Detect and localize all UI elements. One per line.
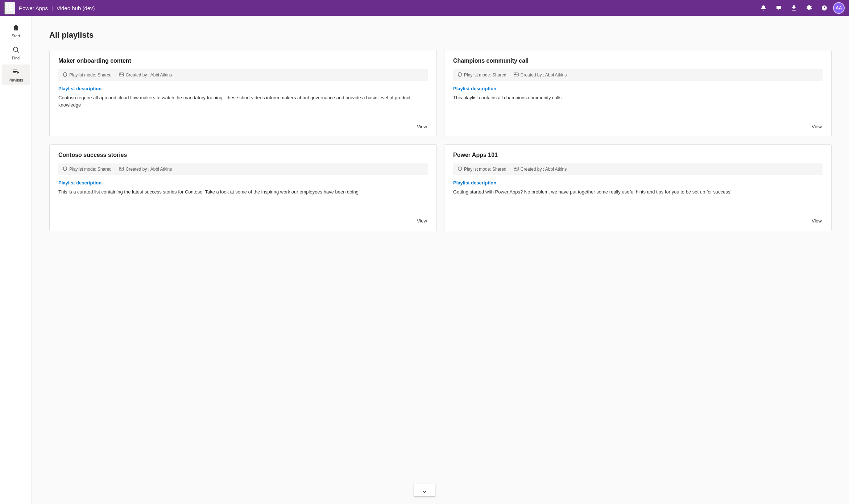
playlist-mode: Playlist mode: Shared <box>63 166 112 172</box>
page-title: All playlists <box>49 30 832 40</box>
shield-icon <box>457 72 462 78</box>
card-body-text: Contoso require all app and cloud flow m… <box>58 94 428 118</box>
created-by: Created by : Abbi Atkins <box>514 166 567 172</box>
playlist-card: Power Apps 101 Playlist mode: Shared <box>444 144 832 231</box>
card-meta: Playlist mode: Shared Created by : Abbi … <box>58 163 428 175</box>
card-meta: Playlist mode: Shared Created by : Abbi … <box>453 163 823 175</box>
app-title: Power Apps | Video hub (dev) <box>19 5 95 11</box>
created-by: Created by : Abbi Atkins <box>119 72 172 78</box>
svg-rect-1 <box>9 4 11 6</box>
sidebar-find-label: Find <box>12 56 20 60</box>
avatar[interactable]: AA <box>833 2 845 14</box>
topbar-icons: AA <box>757 1 845 14</box>
description-link[interactable]: Playlist description <box>58 180 428 186</box>
view-button[interactable]: View <box>811 122 823 131</box>
download-icon[interactable] <box>787 1 800 14</box>
playlists-icon <box>12 68 20 76</box>
view-button[interactable]: View <box>416 122 428 131</box>
shield-icon <box>457 166 462 172</box>
scroll-down-button[interactable]: ⌄ <box>414 484 435 497</box>
chat-icon[interactable] <box>772 1 785 14</box>
search-icon <box>12 46 20 54</box>
notifications-icon[interactable] <box>757 1 770 14</box>
content-area: All playlists Maker onboarding content P… <box>32 16 849 504</box>
playlist-grid: Maker onboarding content Playlist mode: … <box>49 50 832 231</box>
card-title: Contoso success stories <box>58 152 428 158</box>
topbar: Power Apps | Video hub (dev) <box>0 0 849 16</box>
playlist-mode: Playlist mode: Shared <box>457 166 506 172</box>
card-body-text: This is a curated list containing the la… <box>58 188 428 212</box>
svg-rect-7 <box>9 9 11 11</box>
card-title: Power Apps 101 <box>453 152 823 158</box>
svg-rect-8 <box>11 9 13 11</box>
settings-icon[interactable] <box>803 1 816 14</box>
playlist-card: Champions community call Playlist mode: … <box>444 50 832 137</box>
svg-rect-0 <box>7 4 8 6</box>
svg-rect-6 <box>7 9 8 11</box>
image-icon <box>119 72 124 78</box>
sidebar-item-find[interactable]: Find <box>2 42 30 63</box>
home-icon <box>12 24 20 32</box>
svg-rect-13 <box>13 72 16 73</box>
card-title: Champions community call <box>453 58 823 64</box>
svg-rect-3 <box>7 6 8 8</box>
description-link[interactable]: Playlist description <box>453 86 823 91</box>
playlist-mode: Playlist mode: Shared <box>63 72 112 78</box>
svg-rect-5 <box>11 6 13 8</box>
svg-rect-2 <box>11 4 13 6</box>
sidebar-playlists-label: Playlists <box>8 78 23 82</box>
sidebar: Start Find Playlists <box>0 16 32 504</box>
help-icon[interactable] <box>818 1 831 14</box>
card-body-text: Getting started with Power Apps? No prob… <box>453 188 823 212</box>
image-icon <box>119 166 124 172</box>
playlist-card: Contoso success stories Playlist mode: S… <box>49 144 437 231</box>
svg-line-10 <box>17 51 19 53</box>
card-meta: Playlist mode: Shared Created by : Abbi … <box>453 69 823 81</box>
view-button[interactable]: View <box>811 217 823 225</box>
image-icon <box>514 72 519 78</box>
chevron-down-icon: ⌄ <box>422 487 428 494</box>
sidebar-start-label: Start <box>12 34 20 38</box>
shield-icon <box>63 72 67 78</box>
card-body-text: This playlist contains all champions com… <box>453 94 823 118</box>
svg-marker-14 <box>17 71 19 74</box>
svg-rect-4 <box>9 6 11 8</box>
card-meta: Playlist mode: Shared Created by : Abbi … <box>58 69 428 81</box>
view-button[interactable]: View <box>416 217 428 225</box>
main-layout: Start Find Playlists <box>0 16 849 504</box>
playlist-card: Maker onboarding content Playlist mode: … <box>49 50 437 137</box>
playlist-mode: Playlist mode: Shared <box>457 72 506 78</box>
card-title: Maker onboarding content <box>58 58 428 64</box>
description-link[interactable]: Playlist description <box>453 180 823 186</box>
image-icon <box>514 166 519 172</box>
waffle-icon[interactable] <box>4 2 15 14</box>
created-by: Created by : Abbi Atkins <box>119 166 172 172</box>
svg-rect-11 <box>13 70 17 70</box>
created-by: Created by : Abbi Atkins <box>514 72 567 78</box>
sidebar-item-playlists[interactable]: Playlists <box>2 64 30 85</box>
sidebar-item-start[interactable]: Start <box>2 20 30 41</box>
description-link[interactable]: Playlist description <box>58 86 428 91</box>
shield-icon <box>63 166 67 172</box>
svg-rect-12 <box>13 71 17 72</box>
svg-point-9 <box>13 47 18 51</box>
